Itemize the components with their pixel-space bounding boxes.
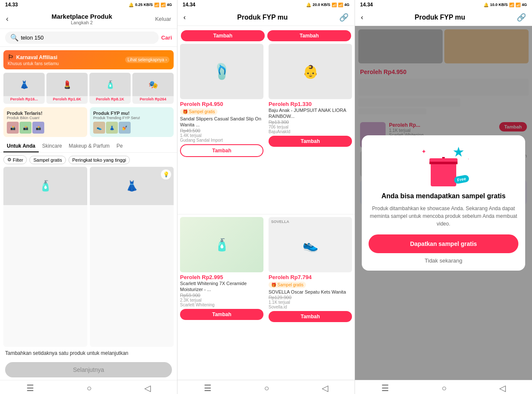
nav-back-icon-2[interactable]: ◁: [322, 383, 328, 393]
tambah-button-top-2[interactable]: Tambah: [267, 30, 351, 41]
thumb-item-0[interactable]: 👗 Peroleh Rp16...: [3, 73, 45, 104]
add-button-2[interactable]: Tambah: [180, 309, 263, 320]
promo-title: Karnaval Affiliasi: [16, 54, 57, 60]
wifi-icon: 📶: [154, 3, 159, 7]
back-button[interactable]: ‹: [6, 14, 9, 23]
exit-button[interactable]: Keluar: [155, 16, 171, 22]
thumb-item-3[interactable]: 🎭 Peroleh Rp264: [132, 73, 174, 104]
prod-sold-2: 2.3K terjual: [180, 298, 263, 303]
prod-sold-1: 706 terjual: [269, 125, 352, 129]
tab-untuk-anda[interactable]: Untuk Anda: [3, 140, 39, 152]
nav-back-icon[interactable]: ◁: [144, 383, 151, 393]
sample-gratis-filter[interactable]: Sampel gratis: [29, 156, 66, 164]
prod-seller-3: Sovella.id: [269, 305, 352, 309]
tambah-button-top-1[interactable]: Tambah: [181, 30, 265, 41]
thumb-item-1[interactable]: 💄 Peroleh Rp1.6K: [46, 73, 88, 104]
tab-makeup[interactable]: Makeup & Parfum: [66, 140, 113, 152]
sparkle-icon-1: ✦: [421, 148, 426, 155]
screen1-header: ‹ Marketplace Produk Langkah 2 Keluar: [0, 9, 177, 29]
time-1: 14.33: [5, 2, 18, 8]
add-button-1[interactable]: Tambah: [269, 136, 352, 147]
prod-seller-2: Scarlett Whitening: [180, 303, 263, 307]
search-button[interactable]: Cari: [161, 34, 172, 41]
signal-bars-3: 📶: [515, 3, 521, 7]
prod-name-2: Scarlett Whitening 7X Ceramide Moisturiz…: [180, 280, 263, 293]
prod-name-1: Baju Anak - JUMPSUIT ANAK LIORA RAINBOW.…: [269, 107, 352, 120]
sparkle-icon-2: ·: [468, 157, 469, 161]
add-button-3[interactable]: Tambah: [269, 311, 352, 322]
link-icon-3[interactable]: 🔗: [517, 13, 526, 22]
add-button-0[interactable]: Tambah: [180, 144, 263, 157]
status-icons-3: 🔔 10.0 KB/S 📶 📶 4G: [483, 3, 527, 7]
get-sample-button[interactable]: Dapatkan sampel gratis: [369, 234, 518, 253]
thumb-img-0: 👗: [3, 73, 45, 96]
promo-link[interactable]: Lihat selengkapnya ›: [125, 57, 169, 63]
battery-icon: 4G: [167, 3, 172, 7]
banner-img-1: 📸: [7, 122, 19, 134]
filter-button[interactable]: ⚙ Filter: [3, 155, 27, 164]
banner-terlaris-sub: Produk Bikin Cuan!: [7, 116, 84, 120]
prod-price-2: Peroleh Rp2.995: [180, 274, 263, 280]
nav-back-icon-3[interactable]: ◁: [499, 383, 506, 393]
bell-icon-2: 🔔: [306, 3, 311, 7]
modal-box: ✦ ★ · Free Anda bisa mendapatkan sampel …: [362, 135, 525, 270]
small-product-0[interactable]: 🧴: [3, 167, 87, 347]
search-input[interactable]: [21, 34, 154, 41]
not-now-button[interactable]: Tidak sekarang: [369, 257, 518, 264]
nav-bar-2: ☰ ○ ◁: [177, 380, 355, 394]
prod-name-3: SOVELLA Oscar Sepatu Kets Wanita: [269, 289, 352, 295]
prod-orig-price-2: Rp59.900: [180, 293, 263, 298]
screen3-content: Peroleh Rp4.950 ✦ ★ · Free: [355, 26, 532, 380]
prod-orig-price-1: Rp13.300: [269, 120, 352, 125]
promo-subtitle: Khusus untuk fans setiamu: [8, 61, 59, 66]
nav-bar-3: ☰ ○ ◁: [355, 380, 532, 394]
product-grid-small: 🧴 👗 💡: [0, 167, 177, 347]
search-icon: 🔍: [10, 34, 19, 42]
battery-icon-2: 4G: [344, 3, 349, 7]
peringkat-filter[interactable]: Peringkat toko yang tinggi: [69, 156, 130, 164]
sample-badge-3: 🎁 Sampel gratis: [269, 282, 306, 288]
lightbulb-icon: 💡: [161, 169, 171, 180]
page-title: Marketplace Produk: [51, 13, 112, 20]
bell-icon: 🔔: [129, 3, 134, 7]
link-icon-2[interactable]: 🔗: [339, 13, 349, 22]
prod-orig-price-3: Rp129.900: [269, 295, 352, 300]
nav-menu-icon-2[interactable]: ☰: [204, 383, 212, 393]
nav-home-icon-2[interactable]: ○: [264, 383, 269, 393]
status-icons-2: 🔔 20.0 KB/S 📶 📶 4G: [306, 3, 349, 7]
screen3: 14.34 🔔 10.0 KB/S 📶 📶 4G ‹ Produk FYP mu…: [355, 0, 532, 394]
promo-banner[interactable]: 🏳 Karnaval Affiliasi Khusus untuk fans s…: [3, 50, 174, 69]
thumb-price-0: Peroleh Rp16...: [3, 96, 45, 102]
status-bar-2: 14.34 🔔 20.0 KB/S 📶 📶 4G: [177, 0, 355, 9]
prod-sold-0: 1.4K terjual: [180, 133, 263, 138]
tab-pe[interactable]: Pe: [113, 140, 126, 152]
banner-fyp[interactable]: Produk FYP mu! Produk Trending FYP Seru!…: [90, 107, 174, 137]
gift-ribbon-horizontal: [429, 162, 458, 164]
product-card-1[interactable]: 👶 Peroleh Rp1.330 Baju Anak - JUMPSUIT A…: [266, 41, 355, 214]
prod-price-3: Peroleh Rp7.794: [269, 274, 352, 280]
thumb-item-2[interactable]: 🧴 Peroleh Rp8.1K: [89, 73, 131, 104]
nav-home-icon[interactable]: ○: [86, 383, 92, 393]
status-bar-1: 14.33 🔔 0.25 KB/S 📶 📶 4G: [0, 0, 177, 9]
nav-home-icon-3[interactable]: ○: [441, 383, 446, 393]
banner-terlaris[interactable]: Produk Terlaris! Produk Bikin Cuan! 📸 📸 …: [3, 107, 87, 137]
banner-img-4: 👟: [93, 122, 105, 134]
small-product-1[interactable]: 👗 💡: [90, 167, 174, 347]
product-card-0[interactable]: 🩴 Peroleh Rp4.950 🎁 Sampel gratis Sandal…: [177, 41, 266, 214]
signal-bars-2: 📶: [338, 3, 343, 7]
banner-img-3: 📸: [32, 122, 44, 134]
banner-terlaris-title: Produk Terlaris!: [7, 111, 84, 116]
nav-menu-icon[interactable]: ☰: [26, 383, 34, 393]
tab-skincare[interactable]: Skincare: [39, 140, 66, 152]
search-input-wrap: 🔍: [5, 31, 159, 44]
gift-illustration: ✦ ★ · Free: [418, 144, 469, 186]
nav-menu-icon-3[interactable]: ☰: [381, 383, 389, 393]
next-button[interactable]: Selanjutnya: [5, 362, 172, 377]
thumb-img-3: 🎭: [132, 73, 174, 96]
bottom-text: Tambahkan setidaknya satu produk untuk m…: [0, 347, 177, 360]
thumb-price-1: Peroleh Rp1.6K: [46, 96, 88, 102]
product-card-3[interactable]: 👟 SOVELLA Peroleh Rp7.794 🎁 Sampel grati…: [266, 214, 355, 380]
banner-fyp-sub: Produk Trending FYP Seru!: [93, 116, 170, 120]
prod-img-2: 🧴: [180, 217, 263, 272]
product-card-2[interactable]: 🧴 Peroleh Rp2.995 Scarlett Whitening 7X …: [177, 214, 266, 380]
